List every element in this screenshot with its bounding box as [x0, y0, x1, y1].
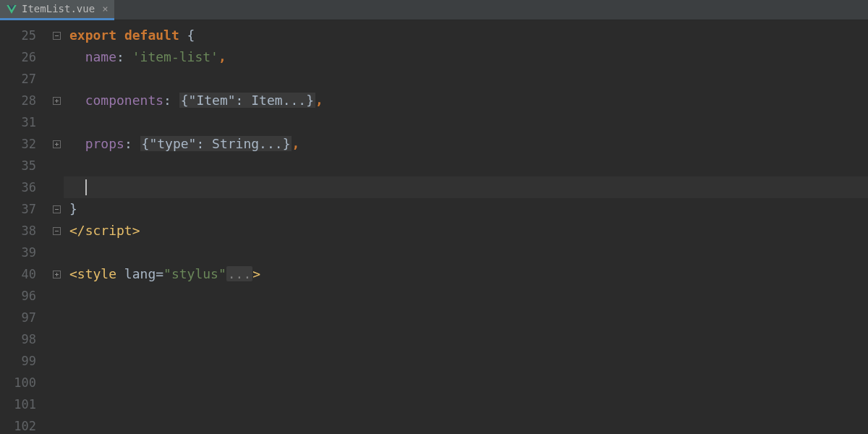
code-line: </script>: [64, 220, 868, 242]
fold-toggle[interactable]: [49, 220, 64, 242]
line-number: 32: [0, 133, 49, 155]
code-line: [64, 393, 868, 415]
code-line: [64, 415, 868, 434]
line-number: 97: [0, 307, 49, 328]
code-line: export default {: [64, 25, 868, 46]
line-number: 102: [0, 415, 49, 434]
vue-icon: [6, 3, 17, 14]
line-number: 101: [0, 393, 49, 415]
line-number: 38: [0, 220, 49, 242]
line-number: 31: [0, 111, 49, 133]
fold-toggle[interactable]: [49, 90, 64, 111]
fold-column: [49, 20, 64, 434]
line-number: 26: [0, 46, 49, 68]
line-number: 37: [0, 198, 49, 220]
line-number: 35: [0, 155, 49, 176]
code-line: [64, 350, 868, 372]
line-number: 40: [0, 263, 49, 285]
code-line: [64, 242, 868, 263]
close-icon[interactable]: ×: [102, 3, 108, 14]
fold-toggle[interactable]: [49, 263, 64, 285]
code-line: [64, 372, 868, 393]
fold-toggle[interactable]: [49, 25, 64, 46]
line-number: 27: [0, 68, 49, 90]
code-line: components: {"Item": Item...},: [64, 90, 868, 111]
code-line: [64, 328, 868, 350]
code-line: }: [64, 198, 868, 220]
code-line-current: [64, 176, 868, 198]
code-line: props: {"type": String...},: [64, 133, 868, 155]
line-number: 100: [0, 372, 49, 393]
tab-bar: ItemList.vue ×: [0, 0, 868, 20]
code-line: [64, 285, 868, 307]
gutter: 25 26 27 28 31 32 35 36 37 38 39 40 96 9…: [0, 20, 49, 434]
line-number: 28: [0, 90, 49, 111]
line-number: 99: [0, 350, 49, 372]
code-line: name: 'item-list',: [64, 46, 868, 68]
code-line: [64, 111, 868, 133]
line-number: 98: [0, 328, 49, 350]
line-number: 96: [0, 285, 49, 307]
code-line: [64, 68, 868, 90]
text-cursor: [85, 179, 87, 195]
editor: 25 26 27 28 31 32 35 36 37 38 39 40 96 9…: [0, 20, 868, 434]
code-line: [64, 155, 868, 176]
code-area[interactable]: export default { name: 'item-list', comp…: [64, 20, 868, 434]
file-tab[interactable]: ItemList.vue ×: [0, 0, 114, 20]
line-number: 39: [0, 242, 49, 263]
fold-toggle[interactable]: [49, 198, 64, 220]
tab-filename: ItemList.vue: [22, 3, 95, 14]
line-number: 36: [0, 176, 49, 198]
fold-toggle[interactable]: [49, 133, 64, 155]
line-number: 25: [0, 25, 49, 46]
code-line: [64, 307, 868, 328]
code-line: <style lang="stylus"...>: [64, 263, 868, 285]
